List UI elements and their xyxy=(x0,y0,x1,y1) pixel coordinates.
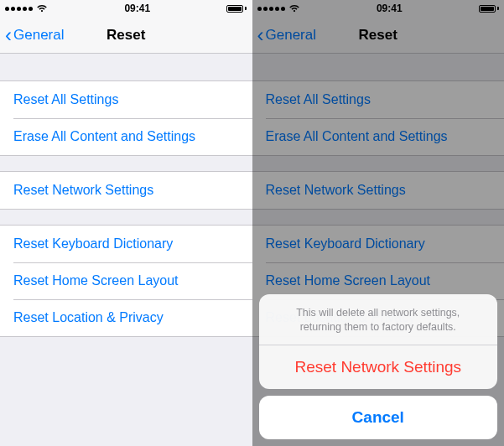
nav-bar: ‹ General Reset xyxy=(0,17,252,54)
status-right xyxy=(226,5,247,13)
signal-dots-icon xyxy=(5,7,33,11)
group-general-reset: Reset All Settings Erase All Content and… xyxy=(0,80,252,156)
screen-reset-confirm: 09:41 ‹ General Reset Reset All Settings… xyxy=(252,0,505,446)
battery-icon xyxy=(226,5,247,13)
action-sheet-cancel-card: Cancel xyxy=(259,396,498,439)
side-by-side-container: 09:41 ‹ General Reset Reset All Settings… xyxy=(0,0,504,446)
row-reset-home-screen-layout[interactable]: Reset Home Screen Layout xyxy=(0,262,252,299)
confirm-reset-network-button[interactable]: Reset Network Settings xyxy=(259,345,498,389)
group-network: Reset Network Settings xyxy=(0,171,252,210)
cancel-button[interactable]: Cancel xyxy=(259,396,498,439)
status-left xyxy=(5,4,48,13)
row-reset-network-settings[interactable]: Reset Network Settings xyxy=(0,172,252,209)
group-other: Reset Keyboard Dictionary Reset Home Scr… xyxy=(0,225,252,337)
action-sheet-message: This will delete all network settings, r… xyxy=(259,294,498,345)
screen-reset-list: 09:41 ‹ General Reset Reset All Settings… xyxy=(0,0,252,446)
back-label: General xyxy=(13,27,64,44)
back-button[interactable]: ‹ General xyxy=(0,25,64,45)
row-erase-all-content[interactable]: Erase All Content and Settings xyxy=(0,118,252,155)
row-reset-location-privacy[interactable]: Reset Location & Privacy xyxy=(0,299,252,336)
chevron-left-icon: ‹ xyxy=(5,25,12,45)
wifi-icon xyxy=(36,4,48,13)
row-reset-keyboard-dictionary[interactable]: Reset Keyboard Dictionary xyxy=(0,226,252,262)
status-time: 09:41 xyxy=(124,3,150,14)
row-reset-all-settings[interactable]: Reset All Settings xyxy=(0,81,252,118)
action-sheet-card: This will delete all network settings, r… xyxy=(259,294,498,389)
status-bar: 09:41 xyxy=(0,0,252,17)
action-sheet: This will delete all network settings, r… xyxy=(259,294,498,439)
